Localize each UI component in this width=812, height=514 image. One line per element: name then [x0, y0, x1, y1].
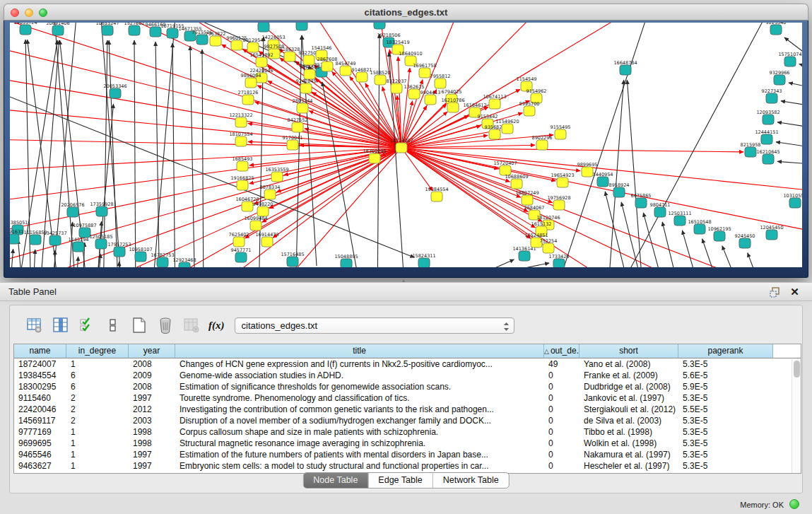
- graph-node[interactable]: [49, 235, 61, 245]
- table-row[interactable]: 969969511998Structural magnetic resonanc…: [14, 438, 801, 449]
- graph-node[interactable]: [524, 106, 535, 116]
- graph-node[interactable]: [96, 206, 107, 216]
- graph-node[interactable]: [235, 252, 247, 262]
- graph-node[interactable]: [95, 239, 107, 249]
- graph-node[interactable]: [292, 122, 303, 132]
- graph-node[interactable]: [374, 23, 385, 29]
- graph-node[interactable]: [284, 52, 295, 62]
- graph-node[interactable]: [110, 88, 121, 98]
- graph-node[interactable]: [635, 198, 647, 208]
- graph-node[interactable]: [67, 207, 78, 217]
- graph-node[interactable]: [73, 242, 84, 252]
- graph-node[interactable]: [774, 75, 785, 85]
- graph-node[interactable]: [555, 129, 566, 139]
- table-row[interactable]: 946554611997Estimation of the future num…: [14, 449, 801, 460]
- graph-node[interactable]: [391, 83, 402, 93]
- graph-node[interactable]: [256, 57, 267, 67]
- graph-node[interactable]: [247, 42, 259, 52]
- graph-node[interactable]: [179, 262, 190, 267]
- graph-node[interactable]: [489, 99, 500, 109]
- graph-node[interactable]: [287, 257, 298, 267]
- graph-node[interactable]: [235, 136, 247, 146]
- graph-node[interactable]: [261, 237, 273, 247]
- show-columns-icon[interactable]: [52, 316, 70, 334]
- graph-node[interactable]: [431, 192, 442, 201]
- graph-node[interactable]: [489, 129, 500, 139]
- graph-node[interactable]: [620, 65, 631, 75]
- tab-network-table[interactable]: Network Table: [433, 473, 509, 488]
- graph-node[interactable]: [425, 95, 436, 105]
- graph-node[interactable]: [745, 147, 756, 157]
- graph-node[interactable]: [10, 234, 19, 244]
- graph-node[interactable]: [322, 62, 333, 71]
- table-row[interactable]: 911546021997Tourette syndrome. Phenomeno…: [14, 392, 801, 404]
- graph-node[interactable]: [102, 25, 113, 35]
- table-row[interactable]: 1456911722003Disruption of a novel membe…: [14, 415, 801, 426]
- column-header-pagerank[interactable]: pagerank: [678, 344, 773, 358]
- graph-node[interactable]: [714, 231, 725, 241]
- table-row[interactable]: 1872400712008Changes of HCN gene express…: [14, 358, 801, 370]
- graph-node[interactable]: [304, 69, 315, 79]
- graph-node[interactable]: [766, 230, 777, 240]
- graph-node[interactable]: [237, 161, 248, 171]
- graph-node[interactable]: [114, 247, 125, 257]
- graph-node[interactable]: [543, 243, 554, 253]
- graph-node[interactable]: [250, 221, 261, 230]
- graph-node[interactable]: [242, 95, 254, 105]
- column-header-year[interactable]: year: [129, 344, 175, 358]
- graph-node[interactable]: [435, 78, 446, 88]
- graph-node[interactable]: [763, 115, 774, 124]
- table-row[interactable]: 977716911998Corpus callosum shape and si…: [14, 426, 801, 438]
- create-column-icon[interactable]: [130, 316, 148, 334]
- graph-node[interactable]: [654, 207, 666, 217]
- graph-node[interactable]: [258, 23, 269, 32]
- graph-node[interactable]: [300, 83, 312, 93]
- graph-node[interactable]: [761, 134, 772, 144]
- table-mode-icon[interactable]: [104, 316, 122, 334]
- graph-node[interactable]: [245, 78, 257, 88]
- graph-node[interactable]: [375, 75, 386, 85]
- table-row[interactable]: 2242004622012Investigating the contribut…: [14, 404, 801, 415]
- column-header-in_degree[interactable]: in_degree: [66, 344, 129, 358]
- table-settings-icon[interactable]: [25, 316, 44, 334]
- graph-node[interactable]: [522, 195, 533, 205]
- memory-status-indicator[interactable]: [789, 499, 799, 509]
- graph-node[interactable]: [784, 57, 796, 66]
- graph-node[interactable]: [597, 177, 608, 187]
- graph-node[interactable]: [613, 187, 625, 197]
- graph-node[interactable]: [52, 25, 64, 35]
- select-rows-icon[interactable]: [78, 316, 96, 334]
- table-row[interactable]: 1938455462009Genome-wide association stu…: [14, 370, 801, 381]
- graph-node[interactable]: [30, 235, 41, 245]
- graph-node[interactable]: [237, 180, 248, 190]
- graph-node[interactable]: [447, 103, 459, 112]
- close-panel-icon[interactable]: ✕: [789, 286, 801, 298]
- table-scrollbar[interactable]: [792, 359, 801, 473]
- graph-node[interactable]: [369, 153, 380, 163]
- graph-node[interactable]: [235, 117, 247, 127]
- graph-node[interactable]: [271, 172, 283, 182]
- graph-node[interactable]: [770, 25, 782, 35]
- graph-node[interactable]: [150, 27, 161, 37]
- graph-node[interactable]: [231, 40, 242, 50]
- graph-node[interactable]: [408, 89, 420, 99]
- column-header-out_de[interactable]: △out_de...: [544, 344, 579, 358]
- graph-node[interactable]: [303, 55, 314, 65]
- graph-node[interactable]: [553, 259, 565, 267]
- graph-node[interactable]: [694, 224, 705, 234]
- delete-columns-icon[interactable]: [156, 316, 175, 334]
- tab-node-table[interactable]: Node Table: [303, 473, 368, 488]
- graph-node[interactable]: [287, 140, 298, 150]
- table-row[interactable]: 1830029562008Estimation of significance …: [14, 381, 801, 392]
- graph-node[interactable]: [297, 103, 308, 113]
- graph-node[interactable]: [789, 198, 801, 208]
- column-header-short[interactable]: short: [579, 344, 678, 358]
- table-row[interactable]: 946362711997Embryonic stem cells: a mode…: [14, 460, 801, 472]
- graph-node[interactable]: [242, 201, 253, 211]
- graph-node[interactable]: [341, 259, 352, 267]
- table-selector-dropdown[interactable]: citations_edges.txt: [235, 317, 514, 334]
- graph-node[interactable]: [519, 251, 530, 261]
- column-header-title[interactable]: title: [175, 344, 544, 358]
- graph-node[interactable]: [296, 23, 307, 30]
- graph-node[interactable]: [766, 93, 777, 103]
